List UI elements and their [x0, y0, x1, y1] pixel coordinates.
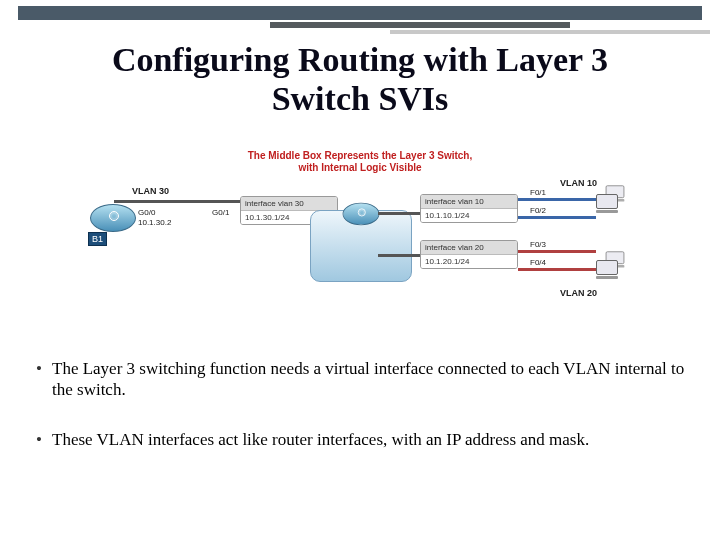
port-f02: F0/2 — [530, 206, 546, 215]
svi20-box: interface vlan 20 10.1.20.1/24 — [420, 240, 518, 269]
port-f01: F0/1 — [530, 188, 546, 197]
svi10-box: interface vlan 10 10.1.10.1/24 — [420, 194, 518, 223]
network-diagram: The Middle Box Represents the Layer 3 Sw… — [90, 150, 630, 320]
diagram-caption-line-2: with Internal Logic Visible — [298, 162, 421, 173]
link-svi20 — [378, 254, 422, 257]
bullet-item: These VLAN interfaces act like router in… — [34, 429, 686, 450]
g00-ip: 10.1.30.2 — [138, 218, 171, 227]
decor-bar-1 — [18, 6, 702, 20]
port-f03: F0/3 — [530, 240, 546, 249]
svi30-header: interface vlan 30 — [241, 197, 337, 211]
pc-icon — [596, 194, 618, 212]
pc-icon — [596, 260, 618, 278]
router-b1-label: B1 — [88, 232, 107, 246]
bullet-item: The Layer 3 switching function needs a v… — [34, 358, 686, 401]
link-f01 — [518, 198, 596, 201]
decor-bar-2 — [270, 22, 570, 28]
internal-router-icon — [343, 203, 380, 225]
slide: Configuring Routing with Layer 3 Switch … — [0, 0, 720, 540]
link-f03 — [518, 250, 596, 253]
link-f04 — [518, 268, 596, 271]
bullet-text: These VLAN interfaces act like router in… — [52, 430, 589, 449]
svi10-header: interface vlan 10 — [421, 195, 517, 209]
svi20-header: interface vlan 20 — [421, 241, 517, 255]
vlan20-label: VLAN 20 — [560, 288, 597, 298]
diagram-caption: The Middle Box Represents the Layer 3 Sw… — [90, 150, 630, 174]
vlan30-label: VLAN 30 — [132, 186, 169, 196]
g00-label: G0/0 — [138, 208, 155, 217]
svi10-ip: 10.1.10.1/24 — [421, 209, 517, 222]
svi20-ip: 10.1.20.1/24 — [421, 255, 517, 268]
bullet-list: The Layer 3 switching function needs a v… — [34, 358, 686, 478]
bullet-text: The Layer 3 switching function needs a v… — [52, 359, 684, 399]
vlan10-label: VLAN 10 — [560, 178, 597, 188]
link-svi10 — [378, 212, 422, 215]
diagram-caption-line-1: The Middle Box Represents the Layer 3 Sw… — [248, 150, 473, 161]
link-f02 — [518, 216, 596, 219]
decor-bar-3 — [390, 30, 710, 34]
slide-title: Configuring Routing with Layer 3 Switch … — [0, 40, 720, 118]
g01-label: G0/1 — [212, 208, 229, 217]
title-line-1: Configuring Routing with Layer 3 — [112, 41, 608, 78]
router-b1-icon — [90, 204, 136, 232]
title-line-2: Switch SVIs — [272, 80, 449, 117]
port-f04: F0/4 — [530, 258, 546, 267]
